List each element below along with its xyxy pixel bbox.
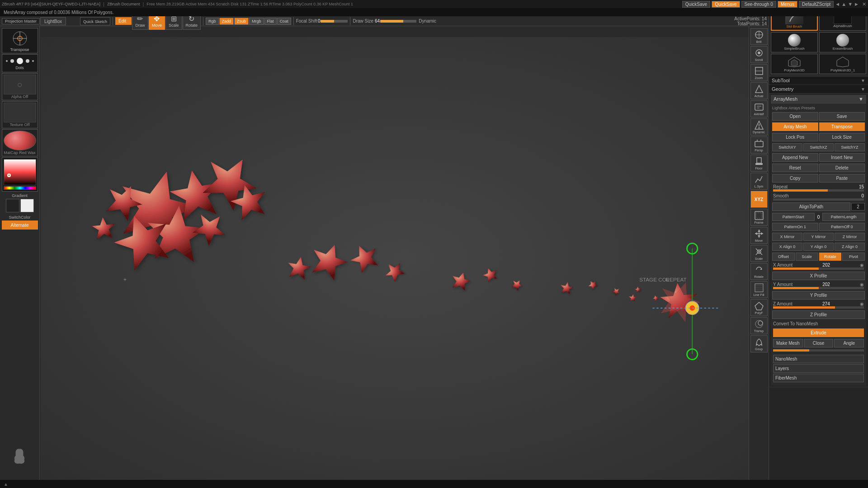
fr-btn-9[interactable]: L.Sym	[750, 173, 768, 190]
focal-shift-slider[interactable]	[321, 20, 348, 23]
zadd-btn[interactable]: Zadd	[219, 18, 234, 25]
fr-btn-linefill[interactable]: Line Fill	[750, 281, 768, 298]
make-mesh-btn[interactable]: Make Mesh	[773, 339, 803, 347]
fr-btn-polyf[interactable]: PolyF	[750, 299, 768, 316]
close-btn[interactable]: Close	[804, 339, 834, 347]
array-mesh-btn[interactable]: Array Mesh	[772, 122, 818, 131]
quick-sketch-row-btn[interactable]: Quick Sketch	[80, 17, 110, 25]
color-picker[interactable]	[2, 157, 38, 192]
fr-btn-1[interactable]: Brill	[750, 28, 768, 45]
fr-btn-4[interactable]: Actual	[750, 82, 768, 99]
x-align-btn[interactable]: X Align 0	[772, 243, 802, 251]
switch-xz-btn[interactable]: SwitchXZ	[803, 143, 834, 151]
texture-section[interactable]: Texture Off	[2, 101, 38, 128]
fr-btn-8[interactable]: Floor	[750, 155, 768, 172]
x-mirror-btn[interactable]: X Mirror	[772, 233, 802, 241]
zsub-btn[interactable]: Zsub	[234, 18, 249, 25]
poly-mesh-3d-b-thumb[interactable]: PolyMesh3D_1	[819, 54, 866, 74]
fr-btn-xyz[interactable]: XYZ	[750, 191, 768, 208]
switch-xy-btn[interactable]: SwitchXY	[772, 143, 802, 151]
y-amount-slider[interactable]	[773, 287, 864, 289]
z-align-btn[interactable]: Z Align 0	[835, 243, 865, 251]
scale-offset-btn[interactable]: Scale	[796, 253, 818, 261]
pattern-start-btn[interactable]: PatternStart	[772, 213, 815, 221]
fr-btn-rotate2[interactable]: Rotate	[750, 263, 768, 280]
switch-yz-btn[interactable]: SwitchYZ	[835, 143, 865, 151]
y-profile-btn[interactable]: Y Profile	[772, 291, 865, 300]
quick-save-btn[interactable]: QuickSave	[682, 1, 710, 8]
fr-btn-6[interactable]: Dynamic	[750, 118, 768, 136]
fr-btn-5[interactable]: AAHalf	[750, 100, 768, 117]
fr-btn-transp[interactable]: Transp	[750, 317, 768, 334]
transpose-btn[interactable]: Transpose	[819, 122, 865, 131]
default-zscript-btn[interactable]: DefaultZScript	[799, 1, 834, 8]
pivot-btn[interactable]: Pivot	[842, 253, 865, 261]
pattern-length-btn[interactable]: PatternLength	[822, 213, 865, 221]
alpha-section[interactable]: ○ Alpha Off	[2, 73, 38, 100]
angle-slider[interactable]	[773, 349, 864, 352]
nanomesh-btn[interactable]: NanoMesh	[773, 355, 864, 363]
canvas-scene[interactable]: STAGE COL REPEAT	[41, 37, 769, 480]
quick-save2-btn[interactable]: QuickSave	[712, 1, 740, 8]
flat-btn[interactable]: Flat	[264, 18, 277, 25]
geometry-header[interactable]: Geometry ▼	[769, 85, 868, 94]
open-btn[interactable]: Open	[772, 112, 818, 121]
see-through-btn[interactable]: See-through 0	[741, 1, 776, 8]
align-to-path-btn[interactable]: AlignToPath	[772, 202, 850, 211]
matcap-section[interactable]: MatCap Red Wax	[2, 129, 38, 156]
fr-btn-ghost[interactable]: Goup	[750, 335, 768, 352]
draw-size-slider[interactable]	[380, 20, 416, 23]
y-mirror-btn[interactable]: Y Mirror	[803, 233, 834, 241]
x-btn[interactable]: ✕	[862, 1, 866, 7]
extrude-btn[interactable]: Extrude	[773, 328, 864, 337]
poly-mesh-3d-thumb[interactable]: PolyMesh3D	[771, 54, 818, 74]
hue-slider[interactable]	[4, 186, 36, 190]
rgb-btn[interactable]: Rgb	[206, 18, 219, 25]
save-btn[interactable]: Save	[819, 112, 865, 121]
rotate-offset-btn[interactable]: Rotate	[819, 253, 842, 261]
fr-btn-move[interactable]: Move	[750, 227, 768, 244]
angle-btn[interactable]: Angle	[834, 339, 864, 347]
insert-new-btn[interactable]: Insert New	[819, 153, 865, 162]
coat-btn[interactable]: Coat	[277, 18, 291, 25]
x-profile-btn[interactable]: X Profile	[772, 272, 865, 280]
paste-btn[interactable]: Paste	[819, 174, 865, 183]
alternate-btn[interactable]: Alternate	[2, 221, 38, 230]
pattern-off-btn[interactable]: PatternOff 0	[819, 223, 865, 231]
fr-btn-scale2[interactable]: Scale	[750, 245, 768, 262]
canvas-area[interactable]: STAGE COL REPEAT	[41, 37, 769, 480]
append-new-btn[interactable]: Append New	[772, 153, 818, 162]
layers-btn[interactable]: Layers	[773, 364, 864, 373]
z-amount-slider[interactable]	[773, 306, 864, 309]
repeat-slider[interactable]	[773, 189, 864, 192]
fr-btn-frame[interactable]: Frame	[750, 209, 768, 226]
simple-brush-thumb[interactable]: SimpleBrush	[771, 32, 818, 52]
edit-btn[interactable]: Edit	[115, 17, 132, 25]
y-align-btn[interactable]: Y Align 0	[803, 243, 834, 251]
align-path-val[interactable]: 2	[851, 203, 865, 211]
proj-master-row-btn[interactable]: Projection Master	[2, 18, 40, 24]
fibermesh-btn[interactable]: FiberMesh	[773, 374, 864, 382]
z-profile-btn[interactable]: Z Profile	[772, 310, 865, 319]
x-amount-slider[interactable]	[773, 267, 864, 270]
offset-btn[interactable]: Offset	[772, 253, 795, 261]
z-mirror-btn[interactable]: Z Mirror	[835, 233, 865, 241]
array-mesh-header[interactable]: ArrayMesh ▼	[771, 95, 866, 103]
eraser-brush-thumb[interactable]: EraserBrush	[819, 32, 866, 52]
color-gradient-square[interactable]	[4, 159, 36, 185]
copy-btn[interactable]: Copy	[772, 174, 818, 183]
smooth-slider[interactable]	[773, 198, 864, 201]
lock-pos-btn[interactable]: Lock Pos	[772, 133, 818, 141]
pattern-on-btn[interactable]: PatternOn 1	[772, 223, 818, 231]
mrgb-btn[interactable]: Mrgb	[249, 18, 264, 25]
lightbox-row-btn[interactable]: LightBox	[40, 17, 66, 25]
fr-btn-2[interactable]: Scroll	[750, 46, 768, 63]
delete-btn[interactable]: Delete	[819, 164, 865, 172]
lock-size-btn[interactable]: Lock Size	[819, 133, 865, 141]
color-swatch-light[interactable]	[20, 199, 34, 212]
color-swatch-dark[interactable]	[6, 199, 19, 212]
fr-btn-3[interactable]: Zoom	[750, 64, 768, 81]
transpose-tool[interactable]: Transpose	[2, 28, 38, 53]
fr-btn-7[interactable]: Persp	[750, 136, 768, 154]
subtool-header[interactable]: SubTool ▼	[769, 76, 868, 85]
